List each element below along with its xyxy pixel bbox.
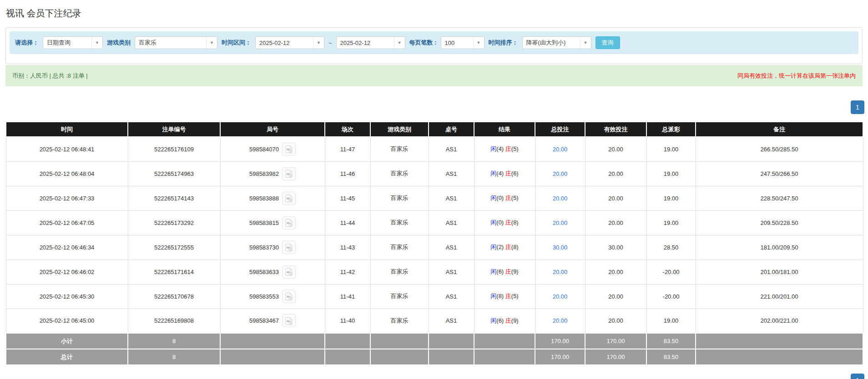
payout-cell: 19.00 — [646, 210, 696, 235]
header-remark: 备注 — [696, 122, 863, 137]
result-banker-label: 庄 — [505, 317, 511, 324]
pagination-top: 1 — [0, 100, 864, 114]
filter-bar: 请选择： 日期查询 ▼ 游戏类别 百家乐 ▼ 时间区间： 2025-02-12 … — [10, 31, 858, 54]
result-player-value: (6) — [496, 317, 504, 324]
empty-cell — [474, 349, 535, 365]
result-cell: 闲(8) 庄(5) — [474, 284, 535, 309]
valid-bet-cell: 20.00 — [585, 309, 646, 333]
pagination-page-1-button[interactable]: 1 — [851, 100, 864, 114]
total-payout: 83.50 — [646, 349, 696, 365]
page-size-select[interactable]: 100 ▼ — [441, 36, 484, 49]
result-cell: 闲(0) 庄(8) — [474, 210, 535, 235]
payout-cell: 19.00 — [646, 186, 696, 210]
chevron-down-icon[interactable]: ▼ — [394, 37, 405, 49]
video-replay-button[interactable] — [282, 241, 296, 254]
result-banker-label: 庄 — [505, 293, 511, 299]
query-type-select[interactable]: 日期查询 ▼ — [43, 36, 103, 49]
chevron-down-icon[interactable]: ▼ — [313, 37, 324, 49]
empty-cell — [474, 333, 535, 349]
video-replay-button[interactable] — [282, 290, 296, 303]
game-type-value: 百家乐 — [135, 39, 206, 47]
total-bet-link[interactable]: 20.00 — [553, 170, 568, 177]
result-banker-label: 庄 — [505, 145, 511, 152]
query-button[interactable]: 查询 — [595, 36, 620, 49]
empty-cell — [696, 333, 863, 349]
empty-cell — [696, 349, 863, 365]
chevron-down-icon[interactable]: ▼ — [580, 37, 591, 49]
video-replay-button[interactable] — [282, 192, 296, 205]
video-replay-button[interactable] — [282, 314, 296, 327]
subtotal-total-bet: 170.00 — [535, 333, 585, 349]
session-cell: 11-45 — [325, 186, 370, 210]
time-range-label: 时间区间： — [222, 39, 251, 47]
total-row: 总计 8 170.00 170.00 83.50 — [6, 349, 863, 365]
table-no-cell: AS1 — [429, 137, 474, 161]
video-file-icon — [285, 219, 293, 227]
result-banker-value: (8) — [511, 244, 519, 250]
total-bet-link[interactable]: 20.00 — [553, 293, 568, 300]
table-row: 2025-02-12 06:48:04 522265174963 5985839… — [6, 161, 863, 186]
result-player-label: 闲 — [490, 194, 496, 201]
game-type-cell: 百家乐 — [370, 309, 429, 333]
valid-bet-cell: 20.00 — [585, 210, 646, 235]
game-type-label: 游戏类别 — [107, 39, 131, 47]
sort-order-select[interactable]: 降幂(由大到小) ▼ — [522, 36, 591, 49]
result-banker-label: 庄 — [505, 170, 511, 177]
video-file-icon — [285, 268, 293, 276]
table-body: 2025-02-12 06:48:41 522265176109 5985840… — [6, 137, 863, 333]
video-replay-button[interactable] — [282, 143, 296, 156]
video-replay-button[interactable] — [282, 265, 296, 279]
result-player-label: 闲 — [490, 244, 496, 250]
time-cell: 2025-02-12 06:45:30 — [6, 284, 128, 309]
total-bet-link[interactable]: 20.00 — [553, 317, 568, 324]
round-id-value: 598583982 — [249, 170, 279, 177]
video-replay-button[interactable] — [282, 167, 296, 180]
empty-cell — [325, 333, 370, 349]
total-bet-link[interactable]: 20.00 — [553, 219, 568, 226]
round-id-cell: 598583730 — [220, 235, 325, 259]
video-file-icon — [285, 145, 293, 153]
result-player-value: (8) — [496, 293, 504, 299]
total-bet-cell: 20.00 — [535, 186, 585, 210]
table-no-cell: AS1 — [429, 309, 474, 333]
sort-order-label: 时间排序： — [489, 39, 518, 47]
table-row: 2025-02-12 06:46:02 522265171614 5985836… — [6, 259, 863, 284]
remark-cell: 181.00/209.50 — [696, 235, 863, 259]
currency-summary-text: 币别：人民币 | 总共 :8 注单 | — [12, 72, 88, 80]
table-no-cell: AS1 — [429, 284, 474, 309]
total-bet-cell: 20.00 — [535, 161, 585, 186]
round-id-value: 598583730 — [249, 244, 279, 251]
payout-cell: -20.00 — [646, 284, 696, 309]
total-bet-link[interactable]: 30.00 — [553, 244, 568, 251]
result-banker-value: (5) — [511, 194, 519, 201]
date-to-select[interactable]: 2025-02-12 ▼ — [336, 36, 405, 49]
summary-alert-bar: 币别：人民币 | 总共 :8 注单 | 同局有效投注，统一计算在该局第一张注单内 — [5, 65, 863, 86]
video-replay-button[interactable] — [282, 216, 296, 229]
total-bet-link[interactable]: 20.00 — [553, 146, 568, 153]
subtotal-label: 小计 — [6, 333, 128, 349]
total-bet-link[interactable]: 20.00 — [553, 269, 568, 275]
result-player-value: (2) — [496, 244, 504, 250]
result-player-value: (0) — [496, 194, 504, 201]
total-bet-cell: 20.00 — [535, 259, 585, 284]
game-type-select[interactable]: 百家乐 ▼ — [135, 36, 217, 49]
date-from-select[interactable]: 2025-02-12 ▼ — [255, 36, 324, 49]
empty-cell — [370, 349, 429, 365]
chevron-down-icon[interactable]: ▼ — [473, 37, 484, 49]
total-bet-cell: 20.00 — [535, 284, 585, 309]
empty-cell — [429, 333, 474, 349]
round-id-value: 598583553 — [249, 293, 279, 300]
chevron-down-icon[interactable]: ▼ — [91, 37, 102, 49]
game-type-cell: 百家乐 — [370, 161, 429, 186]
result-banker-value: (8) — [511, 219, 519, 226]
round-id-value: 598583467 — [249, 317, 279, 324]
round-id-cell: 598583633 — [220, 259, 325, 284]
total-bet-cell: 20.00 — [535, 210, 585, 235]
valid-bet-cell: 20.00 — [585, 284, 646, 309]
chevron-down-icon[interactable]: ▼ — [206, 37, 217, 49]
total-bet-link[interactable]: 20.00 — [553, 195, 568, 202]
bet-id-cell: 522265170678 — [128, 284, 220, 309]
pagination-page-1-bottom-button[interactable]: 1 — [851, 374, 864, 379]
betting-records-table: 时间 注单编号 局号 场次 游戏类别 桌号 结果 总投注 有效投注 总派彩 备注… — [5, 122, 863, 365]
round-id-value: 598583888 — [249, 195, 279, 202]
